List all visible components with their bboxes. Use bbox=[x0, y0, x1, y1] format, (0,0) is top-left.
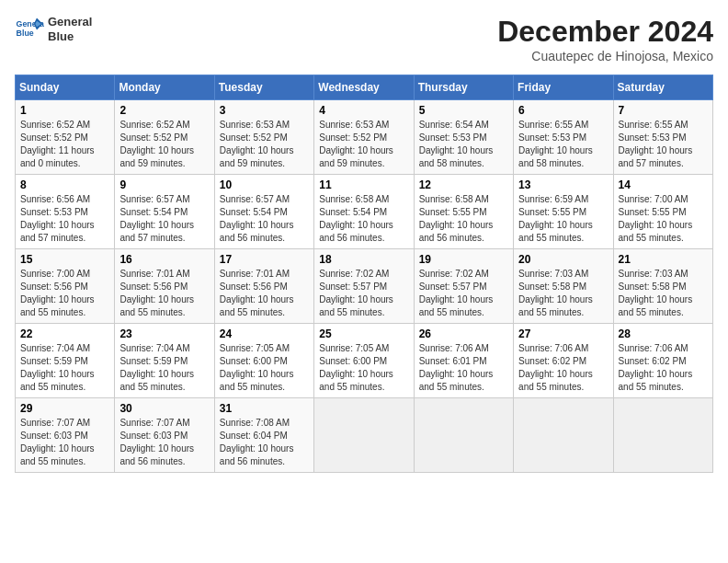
calendar-cell: 28Sunrise: 7:06 AM Sunset: 6:02 PM Dayli… bbox=[613, 324, 712, 398]
weekday-header: Sunday bbox=[16, 75, 115, 100]
day-info: Sunrise: 6:55 AM Sunset: 5:53 PM Dayligh… bbox=[619, 119, 708, 170]
calendar-cell bbox=[514, 398, 613, 473]
calendar-cell: 21Sunrise: 7:03 AM Sunset: 5:58 PM Dayli… bbox=[613, 249, 712, 324]
calendar-cell: 26Sunrise: 7:06 AM Sunset: 6:01 PM Dayli… bbox=[414, 324, 513, 398]
day-number: 12 bbox=[419, 178, 508, 191]
weekday-header: Saturday bbox=[613, 75, 712, 100]
title-block: December 2024 Cuautepec de Hinojosa, Mex… bbox=[497, 15, 713, 63]
logo-text: General Blue bbox=[48, 15, 92, 43]
day-number: 31 bbox=[220, 402, 309, 415]
day-number: 27 bbox=[518, 327, 608, 340]
svg-text:Blue: Blue bbox=[17, 28, 34, 37]
day-info: Sunrise: 6:58 AM Sunset: 5:54 PM Dayligh… bbox=[319, 193, 408, 245]
day-number: 3 bbox=[220, 104, 309, 117]
day-number: 19 bbox=[419, 253, 508, 266]
day-info: Sunrise: 6:58 AM Sunset: 5:55 PM Dayligh… bbox=[419, 193, 508, 245]
day-info: Sunrise: 6:53 AM Sunset: 5:52 PM Dayligh… bbox=[220, 119, 309, 170]
day-number: 26 bbox=[419, 327, 508, 340]
day-info: Sunrise: 7:07 AM Sunset: 6:03 PM Dayligh… bbox=[20, 417, 109, 468]
calendar-cell: 24Sunrise: 7:05 AM Sunset: 6:00 PM Dayli… bbox=[214, 324, 313, 398]
day-info: Sunrise: 6:55 AM Sunset: 5:53 PM Dayligh… bbox=[518, 119, 608, 170]
day-info: Sunrise: 7:05 AM Sunset: 6:00 PM Dayligh… bbox=[220, 342, 309, 394]
day-info: Sunrise: 7:04 AM Sunset: 5:59 PM Dayligh… bbox=[119, 342, 209, 394]
day-info: Sunrise: 7:01 AM Sunset: 5:56 PM Dayligh… bbox=[119, 268, 209, 319]
day-number: 16 bbox=[119, 253, 209, 266]
day-info: Sunrise: 6:52 AM Sunset: 5:52 PM Dayligh… bbox=[119, 119, 209, 170]
calendar-cell: 18Sunrise: 7:02 AM Sunset: 5:57 PM Dayli… bbox=[314, 249, 414, 324]
day-number: 28 bbox=[619, 327, 708, 340]
calendar-cell bbox=[414, 398, 513, 473]
day-number: 29 bbox=[20, 402, 109, 415]
weekday-header: Monday bbox=[115, 75, 214, 100]
calendar-cell: 22Sunrise: 7:04 AM Sunset: 5:59 PM Dayli… bbox=[16, 324, 115, 398]
calendar-cell: 8Sunrise: 6:56 AM Sunset: 5:53 PM Daylig… bbox=[16, 175, 115, 249]
day-info: Sunrise: 7:05 AM Sunset: 6:00 PM Dayligh… bbox=[319, 342, 408, 394]
calendar-cell: 6Sunrise: 6:55 AM Sunset: 5:53 PM Daylig… bbox=[514, 100, 613, 175]
weekday-header: Thursday bbox=[414, 75, 513, 100]
day-info: Sunrise: 7:02 AM Sunset: 5:57 PM Dayligh… bbox=[319, 268, 408, 319]
calendar-cell: 5Sunrise: 6:54 AM Sunset: 5:53 PM Daylig… bbox=[414, 100, 513, 175]
day-info: Sunrise: 6:54 AM Sunset: 5:53 PM Dayligh… bbox=[419, 119, 508, 170]
weekday-header: Friday bbox=[514, 75, 613, 100]
logo: General Blue General Blue bbox=[15, 15, 92, 43]
day-number: 11 bbox=[319, 178, 408, 191]
calendar-cell: 7Sunrise: 6:55 AM Sunset: 5:53 PM Daylig… bbox=[613, 100, 712, 175]
calendar-cell: 23Sunrise: 7:04 AM Sunset: 5:59 PM Dayli… bbox=[115, 324, 214, 398]
day-info: Sunrise: 7:03 AM Sunset: 5:58 PM Dayligh… bbox=[518, 268, 608, 319]
day-info: Sunrise: 7:06 AM Sunset: 6:02 PM Dayligh… bbox=[619, 342, 708, 394]
day-number: 7 bbox=[619, 104, 708, 117]
day-info: Sunrise: 7:00 AM Sunset: 5:56 PM Dayligh… bbox=[20, 268, 109, 319]
calendar-week-row: 1Sunrise: 6:52 AM Sunset: 5:52 PM Daylig… bbox=[16, 100, 713, 175]
weekday-header: Wednesday bbox=[314, 75, 414, 100]
calendar-cell: 2Sunrise: 6:52 AM Sunset: 5:52 PM Daylig… bbox=[115, 100, 214, 175]
calendar-cell: 10Sunrise: 6:57 AM Sunset: 5:54 PM Dayli… bbox=[214, 175, 313, 249]
day-info: Sunrise: 7:01 AM Sunset: 5:56 PM Dayligh… bbox=[220, 268, 309, 319]
calendar-cell: 17Sunrise: 7:01 AM Sunset: 5:56 PM Dayli… bbox=[214, 249, 313, 324]
calendar-cell: 9Sunrise: 6:57 AM Sunset: 5:54 PM Daylig… bbox=[115, 175, 214, 249]
calendar-cell: 30Sunrise: 7:07 AM Sunset: 6:03 PM Dayli… bbox=[115, 398, 214, 473]
calendar-week-row: 22Sunrise: 7:04 AM Sunset: 5:59 PM Dayli… bbox=[16, 324, 713, 398]
calendar-cell: 29Sunrise: 7:07 AM Sunset: 6:03 PM Dayli… bbox=[16, 398, 115, 473]
calendar-cell: 13Sunrise: 6:59 AM Sunset: 5:55 PM Dayli… bbox=[514, 175, 613, 249]
calendar-cell: 3Sunrise: 6:53 AM Sunset: 5:52 PM Daylig… bbox=[214, 100, 313, 175]
day-info: Sunrise: 6:53 AM Sunset: 5:52 PM Dayligh… bbox=[319, 119, 408, 170]
day-number: 20 bbox=[518, 253, 608, 266]
calendar-cell bbox=[613, 398, 712, 473]
day-info: Sunrise: 7:07 AM Sunset: 6:03 PM Dayligh… bbox=[119, 417, 209, 468]
day-info: Sunrise: 6:52 AM Sunset: 5:52 PM Dayligh… bbox=[20, 119, 109, 170]
day-number: 10 bbox=[220, 178, 309, 191]
day-number: 24 bbox=[220, 327, 309, 340]
day-info: Sunrise: 7:06 AM Sunset: 6:02 PM Dayligh… bbox=[518, 342, 608, 394]
calendar-cell: 20Sunrise: 7:03 AM Sunset: 5:58 PM Dayli… bbox=[514, 249, 613, 324]
day-number: 13 bbox=[518, 178, 608, 191]
calendar-week-row: 29Sunrise: 7:07 AM Sunset: 6:03 PM Dayli… bbox=[16, 398, 713, 473]
day-number: 17 bbox=[220, 253, 309, 266]
day-number: 4 bbox=[319, 104, 408, 117]
day-info: Sunrise: 7:00 AM Sunset: 5:55 PM Dayligh… bbox=[619, 193, 708, 245]
day-info: Sunrise: 6:56 AM Sunset: 5:53 PM Dayligh… bbox=[20, 193, 109, 245]
calendar-cell: 27Sunrise: 7:06 AM Sunset: 6:02 PM Dayli… bbox=[514, 324, 613, 398]
day-info: Sunrise: 7:02 AM Sunset: 5:57 PM Dayligh… bbox=[419, 268, 508, 319]
day-info: Sunrise: 7:06 AM Sunset: 6:01 PM Dayligh… bbox=[419, 342, 508, 394]
day-info: Sunrise: 6:57 AM Sunset: 5:54 PM Dayligh… bbox=[119, 193, 209, 245]
calendar-cell: 11Sunrise: 6:58 AM Sunset: 5:54 PM Dayli… bbox=[314, 175, 414, 249]
day-info: Sunrise: 6:59 AM Sunset: 5:55 PM Dayligh… bbox=[518, 193, 608, 245]
weekday-header: Tuesday bbox=[214, 75, 313, 100]
logo-icon: General Blue bbox=[15, 17, 44, 42]
day-number: 22 bbox=[20, 327, 109, 340]
day-number: 1 bbox=[20, 104, 109, 117]
day-number: 2 bbox=[119, 104, 209, 117]
day-number: 6 bbox=[518, 104, 608, 117]
day-number: 14 bbox=[619, 178, 708, 191]
calendar-cell: 15Sunrise: 7:00 AM Sunset: 5:56 PM Dayli… bbox=[16, 249, 115, 324]
day-info: Sunrise: 7:04 AM Sunset: 5:59 PM Dayligh… bbox=[20, 342, 109, 394]
day-number: 18 bbox=[319, 253, 408, 266]
calendar-cell: 16Sunrise: 7:01 AM Sunset: 5:56 PM Dayli… bbox=[115, 249, 214, 324]
day-number: 23 bbox=[119, 327, 209, 340]
calendar-week-row: 15Sunrise: 7:00 AM Sunset: 5:56 PM Dayli… bbox=[16, 249, 713, 324]
day-number: 15 bbox=[20, 253, 109, 266]
day-info: Sunrise: 6:57 AM Sunset: 5:54 PM Dayligh… bbox=[220, 193, 309, 245]
day-number: 30 bbox=[119, 402, 209, 415]
day-number: 9 bbox=[119, 178, 209, 191]
day-info: Sunrise: 7:08 AM Sunset: 6:04 PM Dayligh… bbox=[220, 417, 309, 468]
